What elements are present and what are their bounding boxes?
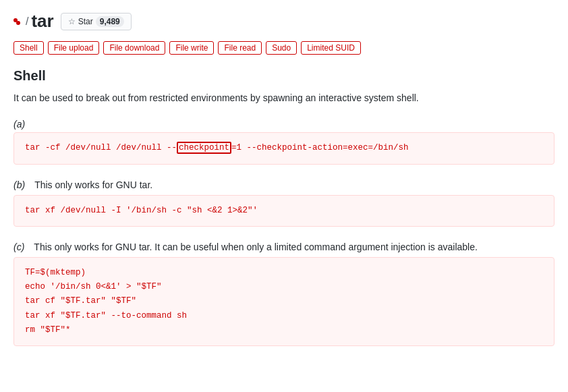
tag-shell[interactable]: Shell xyxy=(13,41,44,55)
section-title: Shell xyxy=(13,68,555,84)
code-box-3: TF=$(mktemp) echo '/bin/sh 0<&1' > "$TF"… xyxy=(13,257,555,346)
tag-file-upload[interactable]: File upload xyxy=(48,41,100,55)
star-button[interactable]: ☆ Star 9,489 xyxy=(61,13,132,30)
tag-limited-suid[interactable]: Limited SUID xyxy=(301,41,361,55)
page-title: tar xyxy=(31,11,53,32)
code-box-2: tar xf /dev/null -I '/bin/sh -c "sh <&2 … xyxy=(13,195,555,227)
example-note-3: This only works for GNU tar. It can be u… xyxy=(34,240,478,254)
tags-container: ShellFile uploadFile downloadFile writeF… xyxy=(13,41,555,55)
examples-container: (a)tar -cf /dev/null /dev/null --checkpo… xyxy=(13,117,555,346)
tag-file-write[interactable]: File write xyxy=(169,41,214,55)
tag-file-read[interactable]: File read xyxy=(218,41,262,55)
example-label-3: (c)This only works for GNU tar. It can b… xyxy=(13,240,555,254)
tag-file-download[interactable]: File download xyxy=(103,41,165,55)
breadcrumb-dots-icon xyxy=(13,18,23,25)
section-description: It can be used to break out from restric… xyxy=(13,90,555,105)
example-block-1: (a)tar -cf /dev/null /dev/null --checkpo… xyxy=(13,117,555,164)
example-label-1: (a) xyxy=(13,117,555,130)
example-letter-2: (b) xyxy=(13,178,25,190)
star-icon: ☆ xyxy=(68,17,76,26)
star-label: Star xyxy=(78,17,93,26)
highlighted-word: checkpoint xyxy=(177,142,231,154)
example-letter-1: (a) xyxy=(13,117,25,130)
tag-sudo[interactable]: Sudo xyxy=(266,41,297,55)
breadcrumb: / tar xyxy=(13,11,54,32)
example-block-3: (c)This only works for GNU tar. It can b… xyxy=(13,240,555,346)
example-letter-3: (c) xyxy=(13,240,24,252)
page-header: / tar ☆ Star 9,489 xyxy=(13,11,555,32)
example-label-2: (b)This only works for GNU tar. xyxy=(13,178,555,192)
code-box-1: tar -cf /dev/null /dev/null --checkpoint… xyxy=(13,132,555,164)
example-note-2: This only works for GNU tar. xyxy=(34,178,152,192)
breadcrumb-slash: / xyxy=(26,16,28,28)
star-count: 9,489 xyxy=(96,16,124,27)
example-block-2: (b)This only works for GNU tar.tar xf /d… xyxy=(13,178,555,227)
